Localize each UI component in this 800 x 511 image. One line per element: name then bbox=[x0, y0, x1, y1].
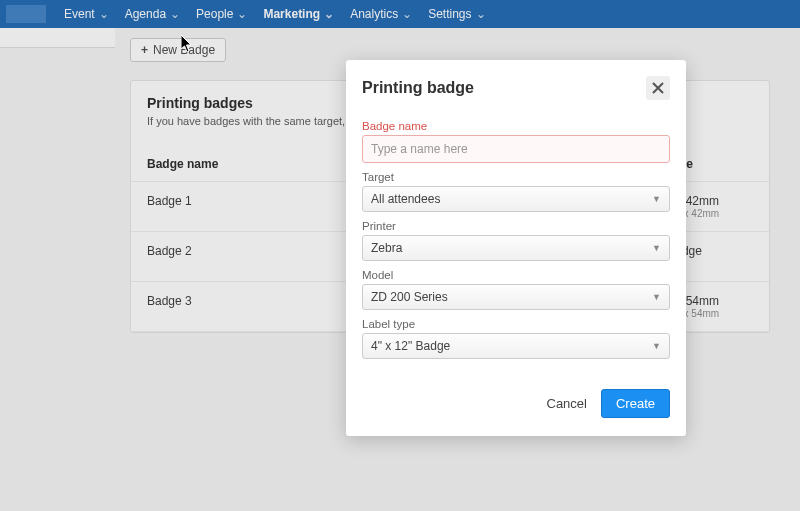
chevron-down-icon: ▼ bbox=[652, 341, 661, 351]
chevron-down-icon: ▼ bbox=[652, 194, 661, 204]
close-icon bbox=[652, 82, 664, 94]
printer-value: Zebra bbox=[371, 241, 402, 255]
printer-select[interactable]: Zebra ▼ bbox=[362, 235, 670, 261]
modal-footer: Cancel Create bbox=[346, 375, 686, 436]
labeltype-value: 4" x 12" Badge bbox=[371, 339, 450, 353]
target-select[interactable]: All attendees ▼ bbox=[362, 186, 670, 212]
close-button[interactable] bbox=[646, 76, 670, 100]
labeltype-select[interactable]: 4" x 12" Badge ▼ bbox=[362, 333, 670, 359]
labeltype-label: Label type bbox=[362, 318, 670, 330]
modal-title: Printing badge bbox=[362, 79, 474, 97]
chevron-down-icon: ▼ bbox=[652, 243, 661, 253]
printer-label: Printer bbox=[362, 220, 670, 232]
model-label: Model bbox=[362, 269, 670, 281]
printing-badge-modal: Printing badge Badge name Target All att… bbox=[346, 60, 686, 436]
badge-name-label: Badge name bbox=[362, 120, 670, 132]
modal-body: Badge name Target All attendees ▼ Printe… bbox=[346, 120, 686, 375]
target-label: Target bbox=[362, 171, 670, 183]
create-button[interactable]: Create bbox=[601, 389, 670, 418]
chevron-down-icon: ▼ bbox=[652, 292, 661, 302]
model-select[interactable]: ZD 200 Series ▼ bbox=[362, 284, 670, 310]
cancel-button[interactable]: Cancel bbox=[547, 396, 587, 411]
model-value: ZD 200 Series bbox=[371, 290, 448, 304]
modal-header: Printing badge bbox=[346, 60, 686, 112]
target-value: All attendees bbox=[371, 192, 440, 206]
badge-name-input[interactable] bbox=[362, 135, 670, 163]
